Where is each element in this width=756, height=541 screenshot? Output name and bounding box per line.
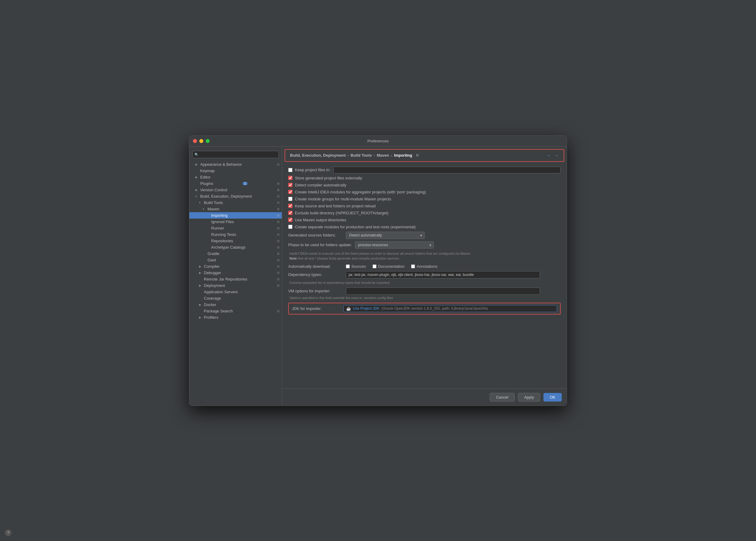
- ok-button[interactable]: OK: [543, 393, 562, 402]
- generated-sources-dropdown-wrap[interactable]: Detect automatically Generated sources G…: [346, 232, 425, 239]
- sidebar-item-label: Editor: [200, 175, 210, 180]
- maximize-button[interactable]: [206, 139, 210, 143]
- sidebar-item-importing[interactable]: ▶ Importing ⊟: [189, 212, 282, 219]
- dependency-types-input[interactable]: [346, 271, 540, 278]
- create-separate-text: Create separate modules for production a…: [295, 225, 416, 229]
- cancel-button[interactable]: Cancel: [490, 393, 515, 402]
- sidebar-item-plugins[interactable]: ▶ Plugins 1 ⊟: [189, 180, 282, 187]
- documentation-checkbox[interactable]: [373, 265, 377, 269]
- create-module-groups-checkbox[interactable]: [288, 197, 293, 201]
- search-input[interactable]: [192, 151, 279, 158]
- auto-download-label: Automatically download:: [288, 264, 343, 269]
- sidebar-item-label: Profilers: [204, 315, 218, 320]
- sidebar-item-docker[interactable]: ▶ Docker: [189, 301, 282, 308]
- store-generated-row: Store generated project files externally: [288, 176, 561, 180]
- sidebar-item-label: Application Servers: [204, 289, 238, 294]
- annotations-label: Annotations: [416, 264, 437, 269]
- pin-icon: ⊟: [277, 214, 279, 217]
- sidebar-item-gant[interactable]: ▶ Gant ⊟: [189, 257, 282, 263]
- nav-back-icon[interactable]: ←: [547, 153, 552, 158]
- sidebar-item-profilers[interactable]: ▶ Profilers: [189, 314, 282, 320]
- use-maven-output-checkbox[interactable]: [288, 218, 293, 222]
- sidebar-item-app-servers[interactable]: ▶ Application Servers: [189, 289, 282, 295]
- keep-source-row: Keep source and test folders on project …: [288, 204, 561, 208]
- keep-source-label[interactable]: Keep source and test folders on project …: [288, 204, 376, 208]
- sidebar-item-remote-jar[interactable]: ▶ Remote Jar Repositories ⊟: [189, 276, 282, 282]
- sidebar-item-gradle[interactable]: ▶ Gradle ⊟: [189, 251, 282, 257]
- sidebar-item-runner[interactable]: ▶ Runner ⊟: [189, 225, 282, 231]
- jdk-main-text: Use Project JDK: [353, 306, 379, 310]
- detect-compiler-checkbox[interactable]: [288, 183, 293, 187]
- sidebar-item-deployment[interactable]: ▶ Deployment ⊟: [189, 282, 282, 289]
- documentation-checkbox-label[interactable]: Documentation: [373, 264, 404, 269]
- note-main: IntelliJ IDEA needs to execute one of th…: [289, 252, 471, 255]
- minimize-button[interactable]: [199, 139, 203, 143]
- intellij-note: IntelliJ IDEA needs to execute one of th…: [288, 251, 561, 261]
- sidebar-item-label: Build, Execution, Deployment: [200, 194, 252, 199]
- arrow-icon: ▶: [199, 284, 203, 287]
- sidebar-item-appearance[interactable]: ▶ Appearance & Behavior ⊟: [189, 161, 282, 168]
- exclude-build-label[interactable]: Exclude build directory (%PROJECT_ROOT%/…: [288, 211, 388, 215]
- keep-project-files-label[interactable]: Keep project files in:: [288, 168, 330, 172]
- auto-download-row: Automatically download: Sources Document…: [288, 264, 561, 269]
- dependency-types-label: Dependency types:: [288, 271, 343, 277]
- sidebar-item-running-tests[interactable]: ▶ Running Tests ⊟: [189, 231, 282, 238]
- sidebar-item-label: Appearance & Behavior: [200, 162, 242, 167]
- arrow-icon: ▶: [199, 303, 203, 306]
- sidebar-item-label: Gradle: [207, 252, 219, 256]
- exclude-build-checkbox[interactable]: [288, 211, 293, 215]
- keep-project-files-text: Keep project files in:: [295, 168, 330, 172]
- pin-icon: ⊟: [277, 239, 279, 243]
- create-separate-checkbox[interactable]: [288, 225, 293, 229]
- sidebar-item-compiler[interactable]: ▶ Compiler ⊟: [189, 263, 282, 270]
- create-separate-label[interactable]: Create separate modules for production a…: [288, 225, 416, 229]
- pin-icon: ⊟: [277, 188, 279, 192]
- create-separate-row: Create separate modules for production a…: [288, 225, 561, 229]
- annotations-checkbox[interactable]: [411, 265, 415, 269]
- sidebar-item-label: Archetype Catalogs: [211, 245, 245, 250]
- keep-source-checkbox[interactable]: [288, 204, 293, 208]
- sidebar-item-version-control[interactable]: ▶ Version Control ⊟: [189, 187, 282, 193]
- create-module-groups-label[interactable]: Create module groups for multi-module Ma…: [288, 197, 391, 201]
- sidebar-item-debugger[interactable]: ▶ Debugger ⊟: [189, 270, 282, 276]
- keep-project-files-checkbox[interactable]: [288, 168, 293, 172]
- breadcrumb-sep-3: ›: [391, 153, 392, 158]
- sidebar-item-package-search[interactable]: ▶ Package Search ⊟: [189, 308, 282, 314]
- sidebar-item-keymap[interactable]: ▶ Keymap: [189, 168, 282, 174]
- sidebar-item-build-tools[interactable]: ▾ Build Tools ⊟: [189, 200, 282, 206]
- annotations-checkbox-label[interactable]: Annotations: [411, 264, 437, 269]
- create-intellij-label[interactable]: Create IntelliJ IDEA modules for aggrega…: [288, 190, 426, 194]
- close-button[interactable]: [193, 139, 197, 143]
- sidebar: 🔍 ▶ Appearance & Behavior ⊟ ▶ Keymap ▶ E…: [189, 147, 282, 406]
- jdk-value[interactable]: ☕ Use Project JDK (Oracle OpenJDK versio…: [344, 305, 557, 312]
- breadcrumb-bar: Build, Execution, Deployment › Build Too…: [285, 149, 564, 162]
- sidebar-item-repositories[interactable]: ▶ Repositories ⊟: [189, 238, 282, 244]
- sidebar-item-maven[interactable]: ▾ Maven ⊟: [189, 206, 282, 212]
- pin-icon: ⊟: [277, 284, 279, 287]
- generated-sources-dropdown[interactable]: Detect automatically Generated sources G…: [346, 232, 425, 239]
- phase-dropdown[interactable]: process-resources generate-sources proce…: [355, 242, 434, 249]
- nav-forward-icon[interactable]: →: [554, 153, 559, 158]
- breadcrumb-close[interactable]: ⊟: [416, 153, 419, 157]
- phase-dropdown-wrap[interactable]: process-resources generate-sources proce…: [355, 242, 434, 249]
- vm-options-input[interactable]: [346, 287, 540, 295]
- sidebar-item-build-exec[interactable]: ▾ Build, Execution, Deployment ⊟: [189, 193, 282, 200]
- sources-checkbox[interactable]: [346, 265, 350, 269]
- sidebar-item-label: Build Tools: [204, 200, 223, 205]
- pin-icon: ⊟: [277, 201, 279, 204]
- keep-project-files-input[interactable]: [334, 167, 561, 173]
- sidebar-item-editor[interactable]: ▶ Editor: [189, 174, 282, 180]
- use-maven-output-label[interactable]: Use Maven output directories: [288, 218, 346, 222]
- detect-compiler-label[interactable]: Detect compiler automatically: [288, 183, 347, 187]
- sidebar-item-label: Keymap: [200, 169, 215, 173]
- breadcrumb-part-3: Maven: [377, 153, 389, 158]
- create-intellij-checkbox[interactable]: [288, 190, 293, 194]
- sidebar-item-archetype-catalogs[interactable]: ▶ Archetype Catalogs ⊟: [189, 244, 282, 251]
- sidebar-item-coverage[interactable]: ▶ Coverage: [189, 295, 282, 301]
- store-generated-label[interactable]: Store generated project files externally: [288, 176, 362, 180]
- search-box[interactable]: 🔍: [192, 151, 279, 158]
- apply-button[interactable]: Apply: [518, 393, 541, 402]
- sidebar-item-ignored-files[interactable]: ▶ Ignored Files ⊟: [189, 219, 282, 225]
- sources-checkbox-label[interactable]: Sources: [346, 264, 366, 269]
- store-generated-checkbox[interactable]: [288, 176, 293, 180]
